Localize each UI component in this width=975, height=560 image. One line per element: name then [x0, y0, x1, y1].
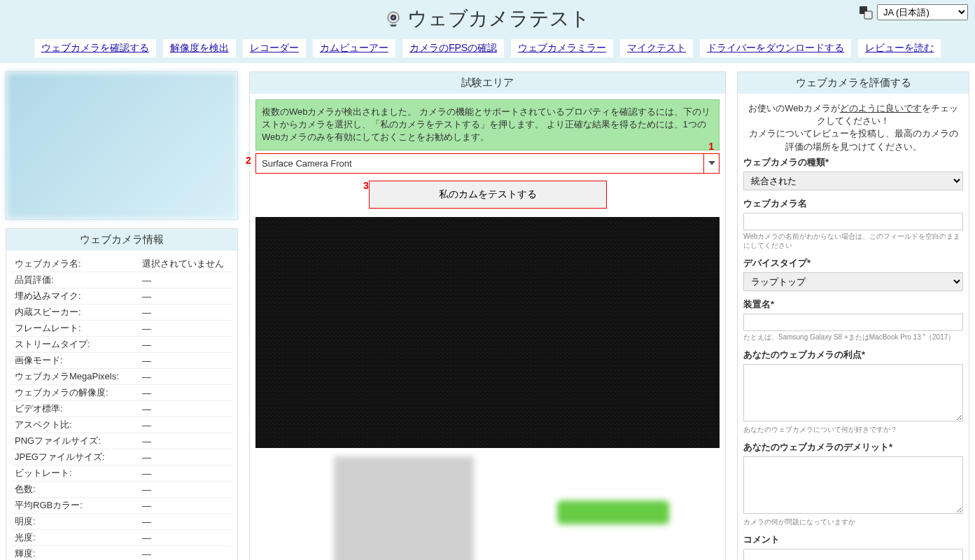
table-row: ストリームタイプ:— — [12, 337, 232, 353]
device-model-input[interactable] — [743, 314, 963, 331]
multi-camera-notice: 複数のWebカメラが検出されました。 カメラの機能とサポートされているプロパティ… — [255, 99, 720, 150]
bottom-ad[interactable] — [255, 456, 720, 560]
webcam-info-table: ウェブカメラ名:選択されていません品質評価:—埋め込みマイク:—内蔵スピーカー:… — [12, 256, 232, 560]
chevron-down-icon[interactable] — [703, 154, 719, 173]
main-nav: ウェブカメラを確認する 解像度を検出 レコーダー カムビューアー カメラのFPS… — [0, 39, 975, 57]
translate-icon — [859, 6, 873, 20]
test-area-title: 試験エリア — [250, 72, 725, 94]
webcam-type-label: ウェブカメラの種類* — [743, 156, 963, 169]
nav-download-driver[interactable]: ドライバーをダウンロードする — [700, 39, 851, 57]
table-row: ウェブカメラの解像度:— — [12, 385, 232, 401]
nav-read-reviews[interactable]: レビューを読む — [858, 39, 941, 57]
step-number-2: 2 — [246, 155, 251, 166]
pros-textarea[interactable] — [743, 364, 963, 421]
table-row: ウェブカメラ名:選択されていません — [12, 256, 232, 272]
camera-select-row[interactable]: Surface Camera Front — [255, 153, 720, 174]
nav-detect-resolution[interactable]: 解像度を検出 — [163, 39, 236, 57]
webcam-type-select[interactable]: 統合された — [743, 172, 963, 190]
page-title: ウェブカメラテスト — [407, 6, 590, 32]
device-model-hint: たとえば、Samsung Galaxy S8 +またはMacBook Pro 1… — [743, 332, 963, 342]
table-row: PNGファイルサイズ:— — [12, 433, 232, 449]
test-area-panel: 試験エリア 複数のWebカメラが検出されました。 カメラの機能とサポートされてい… — [249, 71, 726, 560]
webcam-info-panel: ウェブカメラ情報 ウェブカメラ名:選択されていません品質評価:—埋め込みマイク:… — [6, 228, 238, 560]
cons-textarea[interactable] — [743, 456, 963, 514]
rate-intro: お使いのWebカメラがどのように良いですをチェックしてください！ カメラについて… — [743, 99, 963, 156]
table-row: ウェブカメラMegaPixels:— — [12, 369, 232, 385]
pros-label: あなたのウェブカメラの利点* — [743, 349, 963, 361]
nav-cam-viewer[interactable]: カムビューアー — [313, 39, 395, 57]
test-my-cam-button[interactable]: 私のカムをテストする — [369, 181, 607, 209]
cons-label: あなたのウェブカメラのデメリット* — [743, 441, 963, 454]
ad-image — [6, 72, 237, 219]
nav-webcam-mirror[interactable]: ウェブカメラミラー — [511, 39, 613, 57]
table-row: アスペクト比:— — [12, 417, 232, 433]
table-row: 明度:— — [12, 514, 232, 530]
table-row: フレームレート:— — [12, 321, 232, 337]
table-row: 色数:— — [12, 482, 232, 498]
table-row: ビットレート:— — [12, 465, 232, 482]
svg-rect-4 — [864, 11, 872, 19]
nav-fps-check[interactable]: カメラのFPSの確認 — [402, 39, 504, 57]
cons-hint: カメラの何が問題になっていますか — [743, 517, 963, 526]
table-row: ビデオ標準:— — [12, 401, 232, 417]
header: ウェブカメラテスト JA (日本語) ウェブカメラを確認する 解像度を検出 レコ… — [0, 0, 975, 63]
step-number-3: 3 — [363, 180, 369, 191]
table-row: 光度:— — [12, 530, 232, 546]
language-selector[interactable]: JA (日本語) — [859, 4, 968, 20]
nav-check-webcam[interactable]: ウェブカメラを確認する — [34, 39, 156, 57]
table-row: 内蔵スピーカー:— — [12, 304, 232, 321]
comment-label: コメント — [743, 533, 963, 546]
table-row: 品質評価:— — [12, 272, 232, 288]
ad-panel[interactable] — [6, 71, 238, 220]
webcam-name-hint: Webカメラの名前がわからない場合は、このフィールドを空白のままにしてください — [743, 232, 963, 250]
webcam-name-input[interactable] — [743, 213, 963, 230]
rate-webcam-title: ウェブカメラを評価する — [738, 72, 969, 94]
step-number-1: 1 — [708, 141, 714, 152]
pros-hint: あなたのウェブカメラについて何が好きですか？ — [743, 425, 963, 434]
svg-point-2 — [393, 17, 395, 19]
table-row: 平均RGBカラー:— — [12, 498, 232, 514]
table-row: JPEGファイルサイズ:— — [12, 449, 232, 465]
nav-recorder[interactable]: レコーダー — [243, 39, 306, 57]
camera-select[interactable]: Surface Camera Front — [256, 154, 703, 173]
nav-mic-test[interactable]: マイクテスト — [620, 39, 693, 57]
table-row: 輝度:— — [12, 546, 232, 561]
device-type-select[interactable]: ラップトップ — [743, 272, 963, 291]
table-row: 画像モード:— — [12, 353, 232, 369]
video-preview — [255, 217, 720, 448]
language-select[interactable]: JA (日本語) — [877, 4, 968, 20]
webcam-icon — [385, 10, 402, 27]
comment-textarea[interactable] — [743, 549, 963, 560]
webcam-info-title: ウェブカメラ情報 — [6, 229, 237, 251]
device-type-label: デバイスタイプ* — [743, 257, 963, 270]
rate-webcam-panel: ウェブカメラを評価する お使いのWebカメラがどのように良いですをチェックしてく… — [737, 71, 969, 560]
table-row: 埋め込みマイク:— — [12, 288, 232, 304]
webcam-name-label: ウェブカメラ名 — [743, 197, 963, 210]
device-model-label: 装置名* — [743, 298, 963, 311]
